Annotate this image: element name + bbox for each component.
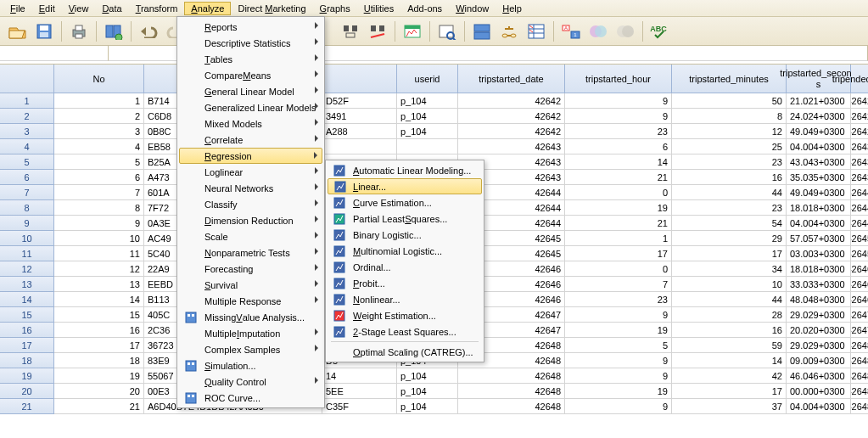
cell[interactable]: 42648 (851, 338, 868, 353)
cell[interactable]: 0 (565, 185, 672, 200)
cell[interactable]: 8 (54, 200, 144, 216)
cell[interactable]: 23 (565, 124, 672, 139)
cell[interactable]: 17 (565, 246, 672, 261)
print-button[interactable] (67, 20, 91, 43)
cell[interactable]: 42646 (851, 292, 868, 307)
cell[interactable]: 00.000+0300 (787, 384, 851, 399)
row-header[interactable]: 18 (0, 353, 54, 368)
menuitem-multiple-response[interactable]: Multiple Response (179, 293, 322, 309)
row-header[interactable]: 20 (0, 384, 54, 399)
row-header[interactable]: 21 (0, 399, 54, 414)
cell[interactable]: 2 (54, 109, 144, 124)
cell[interactable]: 16 (54, 323, 144, 338)
cell[interactable]: 9 (565, 399, 672, 414)
menuitem-simulation[interactable]: Simulation... (179, 357, 322, 373)
cell[interactable]: 54 (672, 216, 787, 231)
save-button[interactable] (32, 20, 56, 43)
cell[interactable]: 42642 (458, 109, 565, 124)
analyze-menu[interactable]: ReportsDescriptive StatisticsTablesCompa… (176, 16, 325, 408)
cell[interactable]: 9 (565, 109, 672, 124)
cell[interactable]: 42643 (458, 139, 565, 154)
goto-variable-button[interactable] (366, 20, 389, 43)
cell[interactable]: 37 (672, 399, 787, 414)
menuitem-partial-least-squares[interactable]: Partial Least Squares... (328, 211, 482, 227)
cell[interactable]: 42645 (851, 246, 868, 261)
cell[interactable]: D52F (322, 93, 397, 109)
row-header[interactable]: 14 (0, 292, 54, 307)
cell[interactable]: 42 (672, 368, 787, 384)
menuitem-automatic-linear-modeling[interactable]: Automatic Linear Modeling... (328, 162, 482, 178)
row-header[interactable]: 11 (0, 246, 54, 261)
open-button[interactable] (5, 20, 29, 43)
cell[interactable]: 42648 (851, 384, 868, 399)
cell[interactable]: 42642 (458, 124, 565, 139)
split-file-button[interactable] (470, 20, 494, 43)
cell[interactable]: 19 (565, 323, 672, 338)
weight-cases-button[interactable] (497, 20, 521, 43)
cell[interactable]: 35.035+0300 (787, 170, 851, 185)
cell[interactable]: 21 (54, 399, 144, 414)
menuitem-roc-curve[interactable]: ROC Curve... (179, 390, 322, 406)
cell[interactable]: 17 (672, 384, 787, 399)
cell[interactable]: 29.029+0300 (787, 307, 851, 323)
menu-window[interactable]: Window (449, 2, 496, 15)
cell[interactable]: 42648 (458, 368, 565, 384)
use-sets-button[interactable] (586, 20, 610, 43)
cell[interactable]: 4 (54, 139, 144, 154)
cell[interactable]: 7 (54, 185, 144, 200)
cell[interactable]: 42643 (851, 139, 868, 154)
row-header[interactable]: 15 (0, 307, 54, 323)
menuitem-descriptive-statistics[interactable]: Descriptive Statistics (179, 35, 322, 51)
row-header[interactable]: 12 (0, 261, 54, 277)
cell[interactable]: 14 (54, 292, 144, 307)
cell[interactable]: 5EE (322, 384, 397, 399)
cell[interactable]: 12 (672, 124, 787, 139)
menuitem-forecasting[interactable]: Forecasting (179, 261, 322, 277)
cell[interactable]: 21 (565, 170, 672, 185)
row-header[interactable]: 4 (0, 139, 54, 154)
cell[interactable]: 43.043+0300 (787, 154, 851, 170)
cell[interactable]: 7 (565, 277, 672, 292)
cell[interactable]: 03.003+0300 (787, 246, 851, 261)
cell[interactable]: 19 (565, 200, 672, 216)
cell[interactable]: 23 (672, 154, 787, 170)
name-box[interactable] (0, 46, 109, 61)
row-header[interactable]: 16 (0, 323, 54, 338)
menuitem-binary-logistic[interactable]: Binary Logistic... (328, 227, 482, 243)
menuitem-multinomial-logistic[interactable]: Multinomial Logistic... (328, 243, 482, 259)
cell[interactable]: 10 (672, 277, 787, 292)
select-cases-button[interactable] (524, 20, 548, 43)
cell[interactable]: 20.020+0300 (787, 323, 851, 338)
menuitem-ordinal[interactable]: Ordinal... (328, 259, 482, 275)
column-header[interactable] (0, 65, 54, 93)
menuitem-survival[interactable]: Survival (179, 277, 322, 293)
value-labels-button[interactable]: A1 (559, 20, 583, 43)
menuitem-2-stage-least-squares[interactable]: 2-Stage Least Squares... (328, 323, 482, 340)
regression-submenu[interactable]: Automatic Linear Modeling...Linear...Cur… (325, 160, 484, 362)
cell[interactable]: 04.004+0300 (787, 216, 851, 231)
cell[interactable]: 1 (54, 93, 144, 109)
cell[interactable]: 44 (672, 292, 787, 307)
cell[interactable]: 04.004+0300 (787, 139, 851, 154)
row-header[interactable]: 19 (0, 368, 54, 384)
row-header[interactable]: 13 (0, 277, 54, 292)
cell[interactable]: 8 (672, 109, 787, 124)
menu-analyze[interactable]: Analyze (184, 2, 231, 15)
cell[interactable]: 42644 (851, 216, 868, 231)
cell[interactable]: p_104 (397, 384, 458, 399)
menuitem-neural-networks[interactable]: Neural Networks (179, 180, 322, 196)
row-header[interactable]: 3 (0, 124, 54, 139)
menuitem-missing-value-analysis[interactable]: Missing Value Analysis... (179, 309, 322, 325)
row-header[interactable]: 9 (0, 216, 54, 231)
column-header[interactable]: userid (397, 65, 458, 93)
cell[interactable]: 23 (672, 200, 787, 216)
menuitem-multiple-imputation[interactable]: Multiple Imputation (179, 325, 322, 341)
cell[interactable]: 42642 (851, 109, 868, 124)
cell[interactable]: 28 (672, 307, 787, 323)
menuitem-dimension-reduction[interactable]: Dimension Reduction (179, 212, 322, 228)
cell[interactable]: 42648 (458, 399, 565, 414)
cell[interactable]: 42648 (458, 384, 565, 399)
row-header[interactable]: 5 (0, 154, 54, 170)
column-header[interactable]: tripstarted_hour (565, 65, 672, 93)
column-header[interactable]: No (54, 65, 144, 93)
